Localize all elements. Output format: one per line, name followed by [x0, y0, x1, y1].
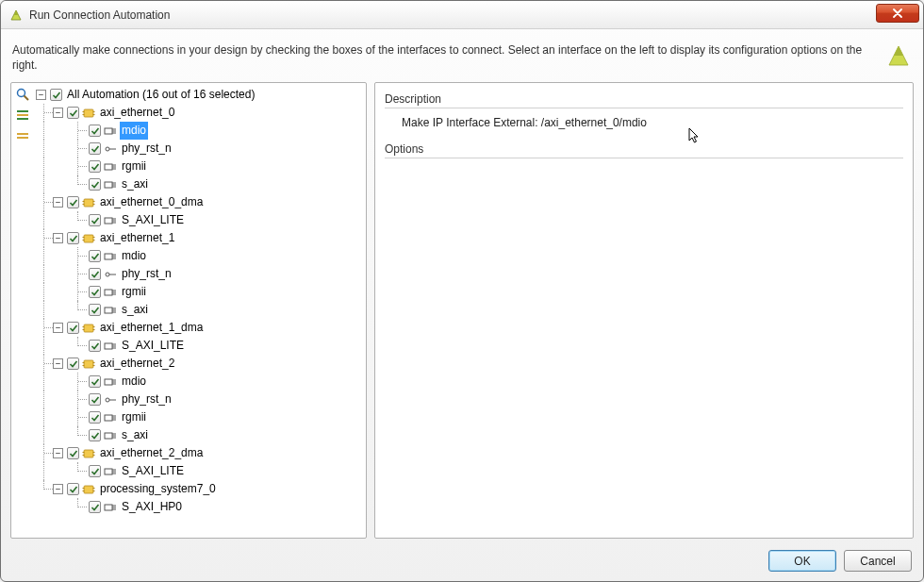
search-icon[interactable]	[15, 87, 30, 102]
tree-node[interactable]: −axi_ethernet_2	[36, 355, 364, 373]
tree-node[interactable]: −axi_ethernet_1_dma	[36, 319, 364, 337]
checkbox[interactable]	[89, 340, 101, 352]
tree-node[interactable]: −axi_ethernet_0_dma	[36, 193, 364, 211]
svg-rect-6	[17, 137, 28, 139]
close-button[interactable]	[876, 4, 919, 23]
interface-icon	[104, 375, 117, 389]
ip-block-icon	[82, 196, 95, 209]
collapse-icon[interactable]: −	[53, 108, 63, 118]
checkbox[interactable]	[89, 214, 101, 226]
tree-leaf[interactable]: S_AXI_LITE	[36, 337, 364, 355]
tree-root-label: All Automation (16 out of 16 selected)	[65, 86, 256, 104]
collapse-icon[interactable]: −	[53, 358, 63, 369]
svg-point-44	[106, 273, 109, 276]
tree-node-label: axi_ethernet_0	[98, 104, 176, 122]
interface-icon	[104, 178, 117, 191]
tree-node[interactable]: −axi_ethernet_1	[36, 229, 364, 247]
collapse-icon[interactable]: −	[53, 484, 63, 494]
tree-leaf[interactable]: phy_rst_n	[36, 265, 364, 283]
tree-leaf[interactable]: S_AXI_HP0	[36, 498, 364, 516]
checkbox[interactable]	[67, 483, 79, 495]
svg-rect-4	[17, 118, 28, 120]
tree-leaf-label: phy_rst_n	[120, 391, 173, 408]
collapse-icon[interactable]: −	[36, 90, 46, 100]
svg-rect-11	[93, 114, 95, 115]
checkbox[interactable]	[89, 160, 101, 173]
svg-rect-58	[93, 329, 95, 330]
svg-rect-9	[83, 114, 85, 115]
tree-leaf[interactable]: rgmii	[36, 408, 364, 426]
tree-leaf[interactable]: s_axi	[36, 301, 364, 319]
tree-leaf[interactable]: s_axi	[36, 175, 364, 193]
tree-node[interactable]: −processing_system7_0	[36, 480, 364, 498]
checkbox[interactable]	[67, 322, 79, 334]
checkbox[interactable]	[89, 250, 101, 262]
window-title: Run Connection Automation	[29, 8, 876, 22]
svg-rect-67	[93, 365, 95, 366]
checkbox[interactable]	[89, 375, 101, 388]
collapse-icon[interactable]: −	[53, 197, 63, 208]
checkbox[interactable]	[67, 107, 79, 119]
svg-rect-26	[84, 199, 93, 207]
tree-leaf-label: S_AXI_LITE	[120, 337, 186, 355]
checkbox[interactable]	[89, 429, 101, 441]
button-row: OK Cancel	[10, 546, 914, 572]
interface-icon	[104, 250, 117, 263]
collapse-all-icon[interactable]	[15, 128, 30, 143]
collapse-icon[interactable]: −	[53, 323, 63, 333]
checkbox[interactable]	[89, 411, 101, 424]
checkbox[interactable]	[89, 178, 101, 191]
tree-node-label: axi_ethernet_1	[98, 229, 176, 247]
checkbox[interactable]	[89, 501, 101, 513]
checkbox[interactable]	[67, 358, 79, 370]
svg-rect-46	[105, 290, 112, 295]
checkbox[interactable]	[89, 142, 101, 155]
checkbox[interactable]	[89, 304, 101, 316]
checkbox[interactable]	[89, 125, 101, 137]
tree-leaf[interactable]: mdio	[36, 122, 364, 140]
ok-button[interactable]: OK	[768, 550, 836, 572]
tree-leaf[interactable]: phy_rst_n	[36, 140, 364, 158]
checkbox[interactable]	[67, 447, 79, 459]
automation-tree[interactable]: −All Automation (16 out of 16 selected)−…	[34, 83, 366, 538]
tree-leaf-label: phy_rst_n	[120, 265, 173, 283]
checkbox[interactable]	[89, 286, 101, 298]
tree-leaf[interactable]: mdio	[36, 373, 364, 391]
interface-icon	[104, 465, 117, 478]
tree-leaf[interactable]: s_axi	[36, 426, 364, 444]
svg-rect-29	[93, 201, 95, 202]
svg-point-0	[18, 90, 25, 97]
checkbox[interactable]	[89, 268, 101, 280]
ip-block-icon	[82, 322, 95, 335]
tree-leaf[interactable]: rgmii	[36, 158, 364, 175]
interface-icon	[104, 142, 117, 156]
tree-leaf[interactable]: S_AXI_LITE	[36, 462, 364, 480]
svg-line-1	[25, 96, 29, 101]
svg-rect-95	[93, 491, 95, 491]
svg-rect-27	[83, 201, 85, 202]
interface-icon	[104, 393, 117, 407]
tree-leaf[interactable]: phy_rst_n	[36, 391, 364, 408]
tree-node[interactable]: −axi_ethernet_2_dma	[36, 444, 364, 462]
tree-leaf[interactable]: S_AXI_LITE	[36, 211, 364, 229]
collapse-icon[interactable]: −	[53, 448, 63, 458]
collapse-icon[interactable]: −	[53, 233, 63, 243]
checkbox[interactable]	[50, 89, 62, 101]
dialog-window: Run Connection Automation Automatically …	[0, 0, 924, 582]
tree-node[interactable]: −axi_ethernet_0	[36, 104, 364, 122]
cancel-button[interactable]: Cancel	[844, 550, 912, 572]
checkbox[interactable]	[89, 465, 101, 477]
svg-rect-66	[93, 362, 95, 363]
svg-rect-30	[93, 204, 95, 205]
svg-rect-83	[83, 452, 85, 453]
tree-leaf[interactable]: rgmii	[36, 283, 364, 301]
svg-rect-31	[105, 218, 112, 224]
dialog-content: Automatically make connections in your d…	[1, 29, 923, 581]
svg-rect-39	[93, 240, 95, 241]
checkbox[interactable]	[89, 393, 101, 406]
checkbox[interactable]	[67, 196, 79, 208]
tree-leaf[interactable]: mdio	[36, 247, 364, 265]
checkbox[interactable]	[67, 232, 79, 244]
expand-all-icon[interactable]	[15, 108, 30, 123]
tree-root[interactable]: −All Automation (16 out of 16 selected)	[36, 86, 364, 104]
